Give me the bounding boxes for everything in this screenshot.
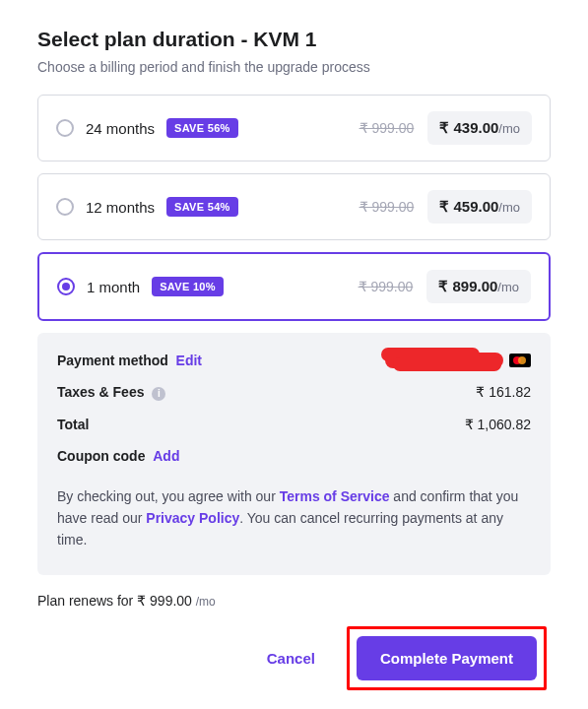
plan-option-1-month[interactable]: 1 month SAVE 10% ₹ 999.00 ₹ 899.00/mo (37, 252, 551, 321)
redacted-card-number (385, 353, 503, 368)
info-icon[interactable]: i (152, 387, 165, 401)
plan-option-12-months[interactable]: 12 months SAVE 54% ₹ 999.00 ₹ 459.00/mo (37, 173, 551, 240)
total-value: ₹ 1,060.82 (465, 417, 531, 432)
plan-option-24-months[interactable]: 24 months SAVE 56% ₹ 999.00 ₹ 439.00/mo (37, 95, 551, 161)
save-badge: SAVE 10% (152, 277, 224, 296)
taxes-value: ₹ 161.82 (476, 384, 531, 400)
radio-icon (56, 198, 74, 216)
plan-right: ₹ 999.00 ₹ 459.00/mo (359, 190, 532, 224)
plan-price: ₹ 459.00/mo (427, 190, 532, 224)
radio-icon (56, 119, 74, 137)
page-title: Select plan duration - KVM 1 (37, 28, 551, 51)
plan-strike-price: ₹ 999.00 (359, 199, 415, 215)
plan-left: 24 months SAVE 56% (56, 118, 238, 138)
radio-icon (57, 278, 75, 295)
taxes-label: Taxes & Fees (57, 384, 144, 400)
plan-strike-price: ₹ 999.00 (359, 120, 415, 136)
plan-right: ₹ 999.00 ₹ 439.00/mo (359, 111, 532, 145)
total-label: Total (57, 417, 89, 432)
add-coupon-link[interactable]: Add (153, 448, 179, 464)
coupon-label: Coupon code (57, 448, 145, 464)
payment-method-row: Payment method Edit (57, 353, 531, 368)
highlight-box: Complete Payment (347, 626, 547, 690)
plan-left: 12 months SAVE 54% (56, 197, 238, 217)
payment-method-label: Payment method (57, 353, 168, 368)
plan-label: 1 month (87, 279, 140, 295)
plan-price: ₹ 899.00/mo (426, 270, 531, 303)
edit-payment-link[interactable]: Edit (176, 353, 202, 368)
plan-left: 1 month SAVE 10% (57, 277, 224, 296)
page-subtitle: Choose a billing period and finish the u… (37, 59, 551, 75)
mastercard-icon (509, 354, 531, 367)
coupon-row: Coupon code Add (57, 448, 531, 464)
total-row: Total ₹ 1,060.82 (57, 417, 531, 432)
plan-right: ₹ 999.00 ₹ 899.00/mo (359, 270, 531, 303)
cancel-button[interactable]: Cancel (267, 650, 315, 667)
plan-price: ₹ 439.00/mo (427, 111, 532, 145)
plan-label: 24 months (86, 120, 155, 137)
privacy-policy-link[interactable]: Privacy Policy (146, 510, 239, 526)
plan-strike-price: ₹ 999.00 (359, 279, 414, 294)
order-summary: Payment method Edit Taxes & Fees i ₹ 161… (37, 333, 551, 575)
taxes-row: Taxes & Fees i ₹ 161.82 (57, 384, 531, 401)
payment-method-display (385, 353, 531, 368)
save-badge: SAVE 54% (166, 197, 238, 217)
save-badge: SAVE 56% (166, 118, 238, 138)
plan-label: 12 months (86, 199, 155, 216)
terms-of-service-link[interactable]: Terms of Service (280, 488, 390, 504)
plan-duration-modal: Select plan duration - KVM 1 Choose a bi… (0, 0, 588, 709)
renewal-notice: Plan renews for ₹ 999.00 /mo (37, 593, 551, 609)
action-bar: Cancel Complete Payment (37, 626, 551, 690)
complete-payment-button[interactable]: Complete Payment (357, 636, 537, 680)
terms-text: By checking out, you agree with our Term… (57, 485, 531, 551)
